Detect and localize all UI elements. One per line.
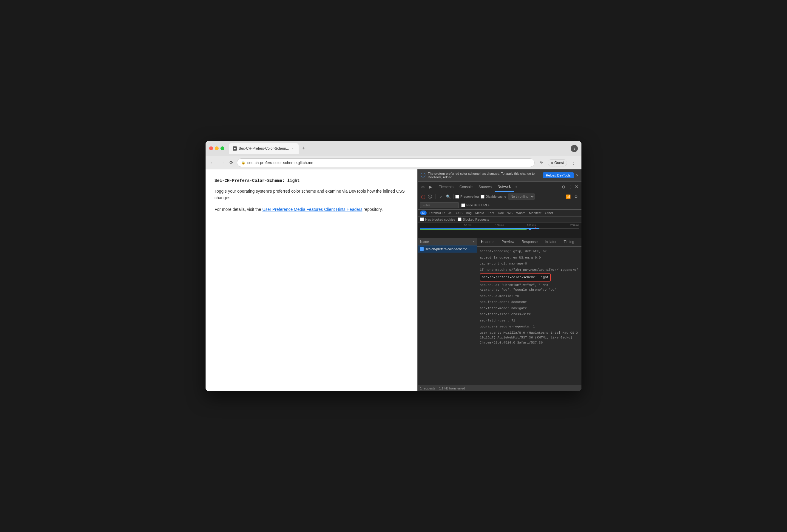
header-key: accept-language: bbox=[480, 256, 511, 260]
reload-devtools-button[interactable]: Reload DevTools bbox=[543, 172, 574, 178]
extension-action-button[interactable]: ⚘ bbox=[537, 159, 545, 167]
more-tabs-button[interactable]: » bbox=[514, 184, 519, 190]
blocked-requests-text: Blocked Requests bbox=[463, 218, 489, 221]
header-value: gzip, deflate, br bbox=[513, 250, 547, 253]
webpage-paragraph2-suffix: repository. bbox=[364, 207, 383, 212]
header-entry: sec-ch-ua: "Chromium";v="92", " Not A;Br… bbox=[480, 282, 579, 293]
clear-button[interactable]: ⃠ bbox=[428, 194, 434, 200]
close-column[interactable]: × bbox=[473, 240, 475, 243]
tab-console[interactable]: Console bbox=[456, 182, 475, 192]
preserve-log-checkbox[interactable] bbox=[455, 195, 459, 199]
timeline-progress bbox=[420, 228, 539, 229]
search-button[interactable]: 🔍 bbox=[445, 194, 451, 200]
tab-preview[interactable]: Preview bbox=[498, 238, 518, 246]
header-entry: sec-fetch-mode: navigate bbox=[480, 305, 579, 312]
disable-cache-checkbox[interactable] bbox=[481, 195, 485, 199]
preserve-log-label[interactable]: Preserve log bbox=[455, 195, 479, 199]
devtools-more-icon[interactable]: ⋮ bbox=[567, 183, 573, 191]
tab-headers[interactable]: Headers bbox=[477, 238, 498, 246]
header-value: document bbox=[511, 300, 527, 304]
filter-toggle[interactable]: ▿ bbox=[438, 194, 444, 200]
browser-menu-button[interactable]: ⋮ bbox=[570, 159, 578, 167]
preserve-log-text: Preserve log bbox=[460, 195, 479, 198]
timeline-label-4: 200 ms bbox=[547, 224, 579, 227]
type-wasm-button[interactable]: Wasm bbox=[515, 210, 527, 215]
request-item[interactable]: sec-ch-prefers-color-scheme... bbox=[418, 245, 477, 253]
type-all-button[interactable]: All bbox=[420, 210, 427, 215]
address-input[interactable]: 🔒 sec-ch-prefers-color-scheme.glitch.me bbox=[237, 158, 535, 167]
record-button[interactable]: ◯ bbox=[420, 194, 426, 200]
has-blocked-cookies-label[interactable]: Has blocked cookies bbox=[420, 217, 455, 221]
type-manifest-button[interactable]: Manifest bbox=[528, 210, 543, 215]
blocked-requests-label[interactable]: Blocked Requests bbox=[458, 217, 489, 221]
type-img-button[interactable]: Img bbox=[465, 210, 473, 215]
new-tab-button[interactable]: + bbox=[300, 144, 308, 153]
header-key: sec-fetch-user: bbox=[480, 319, 509, 323]
type-doc-button[interactable]: Doc bbox=[496, 210, 505, 215]
tab-response[interactable]: Response bbox=[518, 238, 541, 246]
devtools-settings-icon[interactable]: ⚙ bbox=[560, 183, 567, 191]
type-css-button[interactable]: CSS bbox=[454, 210, 464, 215]
header-entry: sec-fetch-user: ?1 bbox=[480, 317, 579, 324]
header-key: cache-control: bbox=[480, 262, 507, 265]
header-entry: cache-control: max-age=0 bbox=[480, 261, 579, 267]
filter-bar: Hide data URLs bbox=[418, 201, 581, 209]
reload-button[interactable]: ⟳ bbox=[228, 159, 234, 167]
header-key: accept-encoding: bbox=[480, 250, 511, 253]
tab-network[interactable]: Network bbox=[495, 182, 514, 192]
type-ws-button[interactable]: WS bbox=[506, 210, 514, 215]
close-window-button[interactable] bbox=[209, 147, 213, 150]
type-media-button[interactable]: Media bbox=[474, 210, 486, 215]
header-value: max-age=0 bbox=[509, 262, 527, 265]
timeline-label-3: 150 ms bbox=[515, 224, 548, 227]
elements-icon[interactable]: ▭ bbox=[420, 184, 426, 190]
browser-tab[interactable]: ■ Sec-CH-Prefers-Color-Schem... × bbox=[229, 143, 299, 154]
headers-tabs: Headers Preview Response Initiator Timin… bbox=[477, 238, 581, 247]
extension-icon[interactable]: ↓ bbox=[571, 145, 578, 152]
devtools-close-icon[interactable]: ✕ bbox=[573, 183, 580, 191]
pointer-icon[interactable]: ▶ bbox=[427, 184, 434, 190]
type-other-button[interactable]: Other bbox=[543, 210, 555, 215]
tab-title: Sec-CH-Prefers-Color-Schem... bbox=[239, 147, 289, 151]
header-key: sec-ch-ua: bbox=[480, 283, 499, 287]
header-value: W/"3b4-puYz4Q5/GV7nZfWtr/h1gg8RB7o" bbox=[509, 268, 578, 272]
maximize-window-button[interactable] bbox=[220, 147, 224, 150]
profile-button[interactable]: ● Guest bbox=[548, 159, 567, 167]
header-entry: sec-fetch-dest: document bbox=[480, 299, 579, 305]
tab-initiator[interactable]: Initiator bbox=[541, 238, 560, 246]
headers-content: accept-encoding: gzip, deflate, braccept… bbox=[477, 247, 581, 385]
header-key: upgrade-insecure-requests: bbox=[480, 325, 531, 328]
back-button[interactable]: ← bbox=[209, 159, 216, 167]
header-value: ?0 bbox=[515, 294, 519, 298]
network-settings-icon[interactable]: ⚙ bbox=[573, 194, 579, 200]
tab-elements[interactable]: Elements bbox=[435, 182, 456, 192]
transferred-size: 1.1 kB transferred bbox=[439, 386, 465, 390]
tab-favicon: ■ bbox=[233, 147, 237, 151]
info-icon: ⓘ bbox=[421, 172, 425, 179]
tab-sources[interactable]: Sources bbox=[475, 182, 495, 192]
hide-data-urls-label[interactable]: Hide data URLs bbox=[461, 203, 490, 207]
webpage: Sec-CH-Prefers-Color-Scheme: light Toggl… bbox=[206, 170, 417, 391]
header-entry: if-none-match: W/"3b4-puYz4Q5/GV7nZfWtr/… bbox=[480, 267, 579, 273]
notification-close-button[interactable]: × bbox=[576, 173, 578, 178]
timeline-label-0 bbox=[420, 224, 452, 227]
blocked-requests-checkbox[interactable] bbox=[458, 217, 462, 221]
minimize-window-button[interactable] bbox=[215, 147, 219, 150]
wifi-icon[interactable]: 📶 bbox=[565, 194, 571, 200]
webpage-paragraph1: Toggle your operating system's preferred… bbox=[214, 188, 408, 201]
timeline-bar: 50 ms 100 ms 150 ms 200 ms bbox=[418, 222, 581, 238]
tab-close-button[interactable]: × bbox=[291, 147, 295, 151]
has-blocked-cookies-checkbox[interactable] bbox=[420, 217, 424, 221]
throttle-select[interactable]: No throttling bbox=[508, 194, 535, 200]
forward-button[interactable]: → bbox=[219, 159, 226, 167]
hide-data-urls-checkbox[interactable] bbox=[461, 203, 465, 207]
tab-timing[interactable]: Timing bbox=[560, 238, 578, 246]
type-fetch-xhr-button[interactable]: Fetch/XHR bbox=[427, 210, 446, 215]
disable-cache-label[interactable]: Disable cache bbox=[481, 195, 506, 199]
timeline-line bbox=[420, 228, 579, 229]
webpage-link[interactable]: User Preference Media Features Client Hi… bbox=[262, 207, 362, 212]
type-js-button[interactable]: JS bbox=[447, 210, 454, 215]
filter-input[interactable] bbox=[420, 202, 459, 208]
type-font-button[interactable]: Font bbox=[486, 210, 496, 215]
disable-cache-text: Disable cache bbox=[486, 195, 506, 198]
